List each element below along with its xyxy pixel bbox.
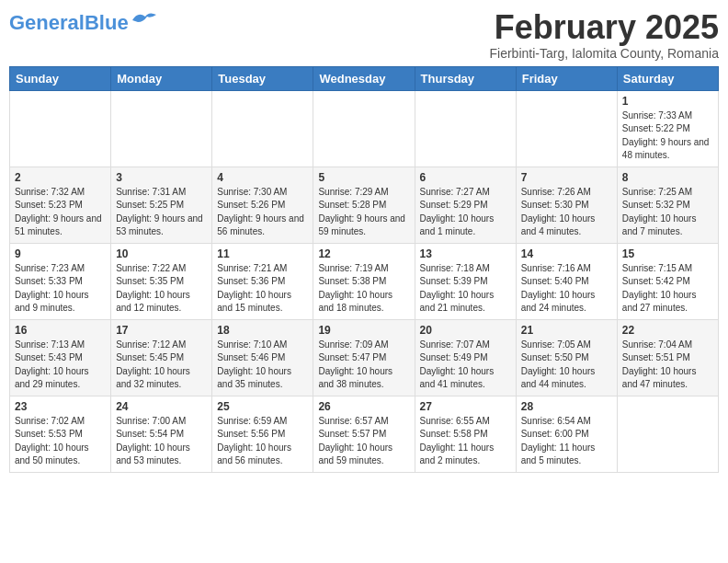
day-header-saturday: Saturday [617,66,718,90]
day-number: 3 [116,171,207,184]
day-info: Sunrise: 7:10 AM Sunset: 5:46 PM Dayligh… [217,339,308,392]
calendar-cell: 6Sunrise: 7:27 AM Sunset: 5:29 PM Daylig… [415,167,516,243]
day-header-tuesday: Tuesday [212,66,313,90]
day-header-sunday: Sunday [10,66,111,90]
calendar-table: SundayMondayTuesdayWednesdayThursdayFrid… [9,66,719,473]
day-number: 28 [521,400,612,413]
day-info: Sunrise: 7:07 AM Sunset: 5:49 PM Dayligh… [420,339,511,392]
day-info: Sunrise: 7:32 AM Sunset: 5:23 PM Dayligh… [15,186,106,239]
day-number: 17 [116,324,207,337]
calendar-cell: 7Sunrise: 7:26 AM Sunset: 5:30 PM Daylig… [516,167,617,243]
day-number: 15 [622,247,713,260]
logo-blue: Blue [85,11,129,34]
calendar-cell: 16Sunrise: 7:13 AM Sunset: 5:43 PM Dayli… [10,319,111,396]
day-header-row: SundayMondayTuesdayWednesdayThursdayFrid… [10,66,719,90]
calendar-cell [111,90,212,167]
day-info: Sunrise: 7:00 AM Sunset: 5:54 PM Dayligh… [116,415,207,468]
calendar-cell [313,90,415,167]
calendar-cell: 2Sunrise: 7:32 AM Sunset: 5:23 PM Daylig… [10,167,111,243]
day-number: 10 [116,247,207,260]
day-number: 9 [15,247,106,260]
day-info: Sunrise: 7:04 AM Sunset: 5:51 PM Dayligh… [622,339,713,392]
day-info: Sunrise: 7:22 AM Sunset: 5:35 PM Dayligh… [116,262,207,316]
calendar-cell: 4Sunrise: 7:30 AM Sunset: 5:26 PM Daylig… [212,167,313,243]
week-row-3: 9Sunrise: 7:23 AM Sunset: 5:33 PM Daylig… [10,243,719,319]
calendar-cell: 3Sunrise: 7:31 AM Sunset: 5:25 PM Daylig… [111,167,212,243]
logo-bird-icon [131,9,158,29]
day-info: Sunrise: 7:05 AM Sunset: 5:50 PM Dayligh… [521,339,612,392]
calendar-cell: 22Sunrise: 7:04 AM Sunset: 5:51 PM Dayli… [617,319,718,396]
calendar-cell: 25Sunrise: 6:59 AM Sunset: 5:56 PM Dayli… [212,396,313,472]
day-number: 27 [420,400,511,413]
day-header-wednesday: Wednesday [313,66,415,90]
day-info: Sunrise: 7:31 AM Sunset: 5:25 PM Dayligh… [116,186,207,239]
day-info: Sunrise: 7:21 AM Sunset: 5:36 PM Dayligh… [217,262,308,316]
calendar-cell: 17Sunrise: 7:12 AM Sunset: 5:45 PM Dayli… [111,319,212,396]
calendar-cell: 19Sunrise: 7:09 AM Sunset: 5:47 PM Dayli… [313,319,415,396]
calendar-cell: 13Sunrise: 7:18 AM Sunset: 5:39 PM Dayli… [415,243,516,319]
day-info: Sunrise: 7:09 AM Sunset: 5:47 PM Dayligh… [318,339,409,392]
day-info: Sunrise: 7:15 AM Sunset: 5:42 PM Dayligh… [622,262,713,316]
day-number: 24 [116,400,207,413]
logo-general: General [9,11,85,34]
calendar-cell: 11Sunrise: 7:21 AM Sunset: 5:36 PM Dayli… [212,243,313,319]
day-info: Sunrise: 7:16 AM Sunset: 5:40 PM Dayligh… [521,262,612,316]
calendar-cell [10,90,111,167]
calendar-cell: 27Sunrise: 6:55 AM Sunset: 5:58 PM Dayli… [415,396,516,472]
calendar-cell: 10Sunrise: 7:22 AM Sunset: 5:35 PM Dayli… [111,243,212,319]
day-number: 8 [622,171,713,184]
day-info: Sunrise: 7:13 AM Sunset: 5:43 PM Dayligh… [15,339,106,392]
day-number: 23 [15,400,106,413]
day-info: Sunrise: 7:23 AM Sunset: 5:33 PM Dayligh… [15,262,106,316]
day-number: 12 [318,247,409,260]
calendar-cell: 21Sunrise: 7:05 AM Sunset: 5:50 PM Dayli… [516,319,617,396]
day-number: 14 [521,247,612,260]
calendar-cell: 23Sunrise: 7:02 AM Sunset: 5:53 PM Dayli… [10,396,111,472]
day-number: 22 [622,324,713,337]
calendar-cell: 24Sunrise: 7:00 AM Sunset: 5:54 PM Dayli… [111,396,212,472]
day-number: 11 [217,247,308,260]
day-number: 2 [15,171,106,184]
page-header: GeneralBlue February 2025 Fierbinti-Targ… [9,9,719,61]
calendar-cell: 1Sunrise: 7:33 AM Sunset: 5:22 PM Daylig… [617,90,718,167]
day-number: 18 [217,324,308,337]
week-row-5: 23Sunrise: 7:02 AM Sunset: 5:53 PM Dayli… [10,396,719,472]
day-number: 4 [217,171,308,184]
day-info: Sunrise: 7:12 AM Sunset: 5:45 PM Dayligh… [116,339,207,392]
calendar-cell: 28Sunrise: 6:54 AM Sunset: 6:00 PM Dayli… [516,396,617,472]
title-area: February 2025 Fierbinti-Targ, Ialomita C… [489,9,719,61]
day-info: Sunrise: 7:27 AM Sunset: 5:29 PM Dayligh… [420,186,511,239]
day-number: 20 [420,324,511,337]
calendar-cell: 14Sunrise: 7:16 AM Sunset: 5:40 PM Dayli… [516,243,617,319]
day-header-friday: Friday [516,66,617,90]
calendar-cell: 18Sunrise: 7:10 AM Sunset: 5:46 PM Dayli… [212,319,313,396]
calendar-cell: 9Sunrise: 7:23 AM Sunset: 5:33 PM Daylig… [10,243,111,319]
calendar-cell: 8Sunrise: 7:25 AM Sunset: 5:32 PM Daylig… [617,167,718,243]
day-info: Sunrise: 6:57 AM Sunset: 5:57 PM Dayligh… [318,415,409,468]
day-header-monday: Monday [111,66,212,90]
day-info: Sunrise: 7:19 AM Sunset: 5:38 PM Dayligh… [318,262,409,316]
day-number: 6 [420,171,511,184]
month-title: February 2025 [489,9,719,46]
calendar-cell [516,90,617,167]
calendar-cell [415,90,516,167]
calendar-cell: 12Sunrise: 7:19 AM Sunset: 5:38 PM Dayli… [313,243,415,319]
day-number: 26 [318,400,409,413]
day-info: Sunrise: 7:25 AM Sunset: 5:32 PM Dayligh… [622,186,713,239]
calendar-cell: 5Sunrise: 7:29 AM Sunset: 5:28 PM Daylig… [313,167,415,243]
day-info: Sunrise: 6:55 AM Sunset: 5:58 PM Dayligh… [420,415,511,468]
week-row-4: 16Sunrise: 7:13 AM Sunset: 5:43 PM Dayli… [10,319,719,396]
day-number: 21 [521,324,612,337]
day-info: Sunrise: 6:54 AM Sunset: 6:00 PM Dayligh… [521,415,612,468]
calendar-cell: 26Sunrise: 6:57 AM Sunset: 5:57 PM Dayli… [313,396,415,472]
calendar-cell: 20Sunrise: 7:07 AM Sunset: 5:49 PM Dayli… [415,319,516,396]
day-number: 13 [420,247,511,260]
day-info: Sunrise: 7:30 AM Sunset: 5:26 PM Dayligh… [217,186,308,239]
day-number: 7 [521,171,612,184]
logo-text: GeneralBlue [9,13,129,33]
day-number: 16 [15,324,106,337]
day-info: Sunrise: 7:29 AM Sunset: 5:28 PM Dayligh… [318,186,409,239]
day-number: 5 [318,171,409,184]
day-number: 1 [622,95,713,108]
day-number: 19 [318,324,409,337]
